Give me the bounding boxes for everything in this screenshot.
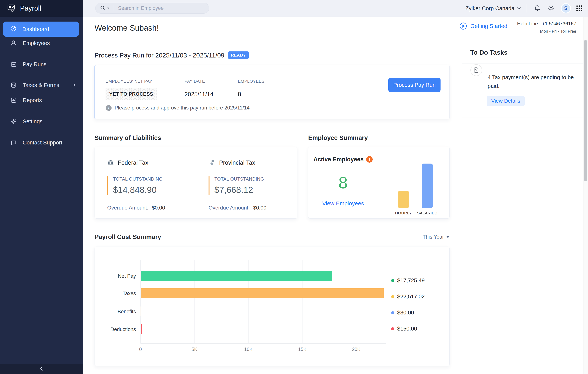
pay-date-column: PAY DATE 2025/11/14 bbox=[185, 79, 213, 98]
chart-category-label: Benefits bbox=[95, 309, 136, 315]
bank-icon bbox=[107, 159, 114, 166]
settings-gear-icon[interactable] bbox=[545, 3, 556, 14]
overdue-value: $0.00 bbox=[253, 205, 266, 211]
liabilities-title: Summary of Liabilities bbox=[94, 134, 161, 141]
overdue-row: Overdue Amount:$0.00 bbox=[209, 205, 297, 211]
legend-dot-icon bbox=[391, 327, 394, 330]
pay-run-card: EMPLOYEES' NET PAY YET TO PROCESS PAY DA… bbox=[94, 65, 450, 119]
pay-run-status-badge: READY bbox=[228, 52, 249, 59]
avatar-initial: S bbox=[564, 5, 567, 11]
liability-name: Provincial Tax bbox=[219, 159, 255, 166]
legend-dot-icon bbox=[391, 311, 394, 314]
view-details-button[interactable]: View Details bbox=[487, 96, 525, 106]
pay-runs-icon bbox=[10, 61, 17, 68]
view-employees-link[interactable]: View Employees bbox=[308, 200, 378, 207]
sidebar-item-label: Taxes & Forms bbox=[23, 82, 59, 88]
payroll-cost-title: Payroll Cost Summary bbox=[94, 233, 161, 240]
play-circle-icon bbox=[459, 22, 467, 30]
range-dropdown[interactable]: This Year bbox=[423, 234, 450, 240]
employee-summary-card: Active Employees ! 8 View Employees HOUR… bbox=[308, 147, 450, 218]
total-outstanding-block: TOTAL OUTSTANDING $14,848.90 bbox=[107, 177, 196, 195]
legend-value: $150.00 bbox=[397, 326, 417, 332]
legend-item: $17,725.49 bbox=[391, 277, 425, 284]
todo-task-line2: paid. bbox=[488, 82, 575, 90]
user-avatar[interactable]: S bbox=[561, 3, 571, 13]
legend-item: $22,517.02 bbox=[391, 293, 425, 300]
active-employees-count: 8 bbox=[308, 173, 378, 192]
warning-icon[interactable]: ! bbox=[366, 156, 373, 163]
overdue-label: Overdue Amount: bbox=[107, 205, 148, 211]
payroll-dashboard-page: Payroll Dashboard Employees Pay Runs Tax bbox=[0, 0, 588, 374]
search-input[interactable] bbox=[118, 5, 205, 11]
scrollbar-thumb[interactable] bbox=[584, 40, 587, 181]
chevron-left-icon bbox=[39, 366, 43, 372]
sidebar-item-reports[interactable]: Reports bbox=[0, 95, 83, 105]
sidebar-item-employees[interactable]: Employees bbox=[0, 38, 83, 48]
legend-item: $30.00 bbox=[391, 310, 414, 316]
provincial-tax-column: Provincial Tax TOTAL OUTSTANDING $7,668.… bbox=[196, 147, 297, 218]
total-outstanding-label: TOTAL OUTSTANDING bbox=[214, 177, 297, 182]
pay-date-value: 2025/11/14 bbox=[185, 91, 213, 98]
sidebar-item-contact-support[interactable]: Contact Support bbox=[0, 137, 83, 148]
chart-xtick-label: 10K bbox=[244, 347, 252, 352]
employees-icon bbox=[10, 40, 17, 47]
sidebar-item-label: Settings bbox=[23, 118, 42, 125]
panel-divider bbox=[462, 63, 583, 64]
sidebar-collapse-button[interactable] bbox=[0, 364, 83, 374]
legend-value: $22,517.02 bbox=[397, 293, 425, 300]
help-line-number: Help Line : +1 5146736167 bbox=[517, 21, 576, 27]
help-line-hours: Mon - Fri • Toll Free bbox=[517, 29, 576, 34]
flag-icon bbox=[209, 159, 215, 166]
active-employees-block: Active Employees ! 8 View Employees bbox=[308, 147, 378, 218]
tax-document-icon bbox=[470, 64, 482, 76]
card-column-divider bbox=[378, 153, 378, 213]
settings-gear-icon bbox=[10, 118, 17, 125]
app-logo: Payroll bbox=[0, 0, 83, 17]
chart-category-label: Deductions bbox=[95, 327, 136, 332]
getting-started-link[interactable]: Getting Started bbox=[459, 22, 507, 30]
sidebar-item-taxes-forms[interactable]: Taxes & Forms bbox=[0, 80, 83, 90]
bar-chart-plot bbox=[140, 260, 386, 343]
sidebar: Payroll Dashboard Employees Pay Runs Tax bbox=[0, 0, 83, 374]
caret-down-icon bbox=[446, 236, 450, 238]
global-search[interactable] bbox=[95, 3, 209, 14]
app-title: Payroll bbox=[20, 4, 41, 12]
payroll-cost-chart-card: 05K10K15K20KNet Pay$17,725.49Taxes$22,51… bbox=[94, 247, 450, 366]
notifications-bell-icon[interactable] bbox=[532, 3, 543, 14]
total-outstanding-value: $14,848.90 bbox=[113, 185, 196, 195]
chart-category-label: Net Pay bbox=[95, 273, 136, 279]
todo-task-line1: 4 Tax payment(s) are pending to be bbox=[488, 73, 575, 82]
sidebar-item-label: Reports bbox=[23, 97, 42, 104]
total-outstanding-block: TOTAL OUTSTANDING $7,668.12 bbox=[209, 177, 297, 195]
legend-dot-icon bbox=[391, 279, 394, 282]
employee-bar-hourly bbox=[398, 191, 409, 208]
chart-xtick-label: 0 bbox=[139, 347, 142, 352]
liability-name: Federal Tax bbox=[118, 159, 148, 166]
pay-date-label: PAY DATE bbox=[185, 79, 213, 84]
federal-tax-column: Federal Tax TOTAL OUTSTANDING $14,848.90… bbox=[95, 147, 196, 218]
page-header: Welcome Subash! Getting Started Help Lin… bbox=[83, 17, 588, 42]
legend-item: $150.00 bbox=[391, 326, 417, 332]
topbar-divider bbox=[526, 4, 526, 12]
search-scope-caret-icon bbox=[107, 7, 109, 9]
apps-grid-icon[interactable] bbox=[574, 3, 585, 14]
pay-run-note-text: Please process and approve this pay run … bbox=[115, 105, 250, 111]
chart-xtick-label: 15K bbox=[298, 347, 306, 352]
todo-task-text: 4 Tax payment(s) are pending to be paid. bbox=[488, 73, 575, 90]
sidebar-item-label: Dashboard bbox=[22, 26, 49, 32]
legend-value: $17,725.49 bbox=[397, 277, 425, 284]
net-pay-column: EMPLOYEES' NET PAY YET TO PROCESS bbox=[105, 79, 157, 100]
org-switcher[interactable]: Zylker Corp Canada bbox=[465, 5, 521, 11]
employees-column: EMPLOYEES 8 bbox=[238, 79, 264, 98]
process-pay-run-button[interactable]: Process Pay Run bbox=[388, 78, 441, 92]
sidebar-item-dashboard[interactable]: Dashboard bbox=[3, 21, 79, 37]
reports-icon bbox=[10, 97, 17, 104]
total-outstanding-value: $7,668.12 bbox=[214, 185, 297, 195]
search-icon[interactable] bbox=[100, 5, 109, 11]
chart-xtick-label: 5K bbox=[191, 347, 197, 352]
todo-title: To Do Tasks bbox=[470, 49, 507, 56]
sidebar-item-settings[interactable]: Settings bbox=[0, 116, 83, 127]
dashboard-icon bbox=[10, 25, 17, 33]
sidebar-item-pay-runs[interactable]: Pay Runs bbox=[0, 59, 83, 70]
legend-dot-icon bbox=[391, 295, 394, 298]
